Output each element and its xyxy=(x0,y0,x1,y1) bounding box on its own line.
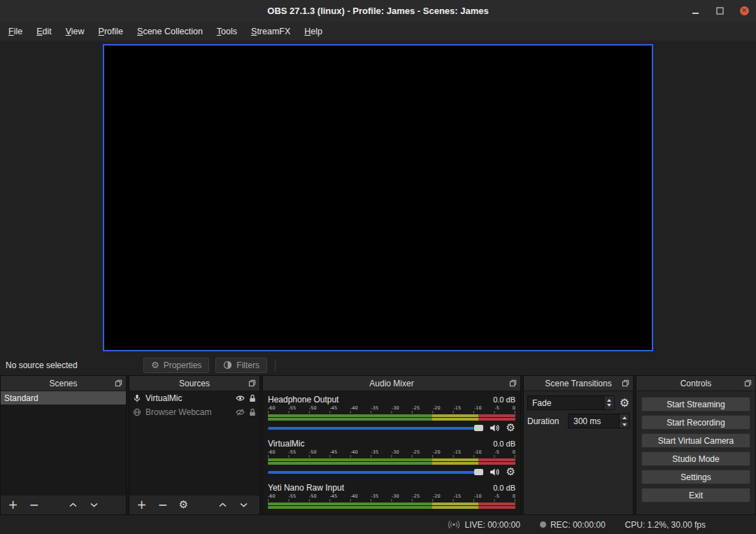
meter-scale-label: -40 xyxy=(350,405,358,411)
dock-row: Scenes Standard + − xyxy=(0,375,756,515)
broadcast-icon xyxy=(448,520,460,529)
meter-scale-label: -60 xyxy=(268,493,276,499)
menu-view[interactable]: View xyxy=(59,23,92,40)
volume-meter xyxy=(268,414,515,421)
minus-icon: − xyxy=(157,499,167,511)
meter-scale-label: -5 xyxy=(495,449,499,455)
meter-scale-label: -30 xyxy=(392,493,399,499)
meter-scale-label: -55 xyxy=(289,493,297,499)
add-scene-button[interactable]: + xyxy=(7,499,19,511)
visibility-eye-slash-icon[interactable] xyxy=(236,409,245,416)
move-source-up-button[interactable] xyxy=(217,499,229,511)
menu-scene-collection[interactable]: Scene Collection xyxy=(130,23,210,40)
scene-item[interactable]: Standard xyxy=(1,391,126,405)
microphone-icon xyxy=(133,394,141,402)
lock-icon[interactable] xyxy=(249,394,256,402)
maximize-button[interactable] xyxy=(715,6,725,16)
duration-spinbox[interactable]: 300 ms xyxy=(568,414,629,428)
maximize-icon xyxy=(716,7,724,15)
popout-icon[interactable] xyxy=(248,379,256,387)
toolbar-divider xyxy=(275,359,276,372)
meter-scale-label: -35 xyxy=(371,405,379,411)
mixer-body: Headphone Output 0.0 dB -60-55-50-45-40-… xyxy=(263,391,520,514)
studio-mode-button[interactable]: Studio Mode xyxy=(641,451,750,466)
chevron-up-icon xyxy=(622,416,627,419)
start-recording-button[interactable]: Start Recording xyxy=(641,415,750,430)
speaker-icon[interactable] xyxy=(490,468,500,477)
exit-button[interactable]: Exit xyxy=(641,488,750,503)
volume-slider[interactable] xyxy=(268,468,483,476)
transition-properties-button[interactable]: ⚙ xyxy=(620,398,629,409)
scenes-toolbar: + − xyxy=(1,495,126,514)
menu-streamfx[interactable]: StreamFX xyxy=(244,23,297,40)
menu-profile[interactable]: Profile xyxy=(92,23,130,40)
slider-handle[interactable] xyxy=(474,469,483,475)
minimize-icon xyxy=(692,13,699,14)
meter-scale-label: -45 xyxy=(330,493,338,499)
record-dot-icon xyxy=(540,521,546,528)
visibility-eye-icon[interactable] xyxy=(236,395,245,402)
popout-icon[interactable] xyxy=(115,379,122,387)
popout-icon[interactable] xyxy=(622,379,629,387)
meter-scale-label: -5 xyxy=(495,493,499,499)
meter-scale-label: -15 xyxy=(454,449,462,455)
rec-status: REC: 00:00:00 xyxy=(540,520,606,530)
gear-icon[interactable]: ⚙ xyxy=(506,423,515,433)
duration-value[interactable]: 300 ms xyxy=(569,414,619,428)
menu-tools[interactable]: Tools xyxy=(210,23,244,40)
speaker-icon[interactable] xyxy=(490,423,500,433)
filters-label: Filters xyxy=(236,360,259,370)
live-time: LIVE: 00:00:00 xyxy=(464,520,520,530)
meter-scale-label: -10 xyxy=(474,449,482,455)
preview-canvas[interactable] xyxy=(103,44,653,351)
audio-mixer-dock: Audio Mixer Headphone Output 0.0 dB -60-… xyxy=(262,375,521,515)
popout-icon[interactable] xyxy=(744,379,752,387)
meter-scale: -60-55-50-45-40-35-30-25-20-15-10-50 xyxy=(268,449,515,455)
volume-meter xyxy=(268,503,515,509)
mixer-channel: Yeti Nano Raw Input 0.0 dB -60-55-50-45-… xyxy=(268,483,515,509)
meter-scale-label: -40 xyxy=(350,493,358,499)
meter-scale-label: -45 xyxy=(330,449,338,455)
menu-edit[interactable]: Edit xyxy=(29,23,59,40)
close-button[interactable]: ✕ xyxy=(739,6,749,16)
menu-help[interactable]: Help xyxy=(297,23,329,40)
popout-icon[interactable] xyxy=(509,379,517,387)
minimize-button[interactable] xyxy=(690,6,700,16)
gear-icon[interactable]: ⚙ xyxy=(506,467,515,477)
source-item[interactable]: Browser Webcam xyxy=(129,405,259,419)
duration-decrease-button[interactable] xyxy=(620,421,629,428)
remove-source-button[interactable]: − xyxy=(157,499,169,511)
settings-button[interactable]: Settings xyxy=(641,470,750,484)
add-source-button[interactable]: + xyxy=(136,499,148,511)
rec-time: REC: 00:00:00 xyxy=(550,520,606,530)
meter-scale-label: -20 xyxy=(433,405,441,411)
lock-icon[interactable] xyxy=(249,408,256,416)
move-source-down-button[interactable] xyxy=(238,499,250,511)
sources-dock: Sources VirtualMic xyxy=(129,375,260,515)
filters-button[interactable]: Filters xyxy=(215,358,267,373)
source-properties-button[interactable]: ⚙ xyxy=(178,499,190,511)
sources-dock-header: Sources xyxy=(129,376,259,391)
properties-button[interactable]: ⚙ Properties xyxy=(143,358,209,373)
chevron-down-icon xyxy=(607,404,611,407)
menu-file[interactable]: File xyxy=(1,23,29,40)
start-virtual-camera-button[interactable]: Start Virtual Camera xyxy=(641,433,750,448)
slider-handle[interactable] xyxy=(474,425,483,431)
move-scene-down-button[interactable] xyxy=(88,499,100,511)
duration-increase-button[interactable] xyxy=(620,414,629,421)
transition-select[interactable]: Fade xyxy=(527,395,615,410)
scene-transitions-dock: Scene Transitions Fade ⚙ xyxy=(523,375,634,515)
audio-mixer-title: Audio Mixer xyxy=(369,379,413,388)
globe-icon xyxy=(133,408,141,416)
scenes-dock-header: Scenes xyxy=(1,376,126,391)
volume-slider[interactable] xyxy=(268,424,483,432)
start-streaming-button[interactable]: Start Streaming xyxy=(641,397,750,412)
combo-spinner[interactable] xyxy=(604,396,614,409)
meter-scale-label: -40 xyxy=(350,449,358,455)
remove-scene-button[interactable]: − xyxy=(28,499,40,511)
source-item[interactable]: VirtualMic xyxy=(129,391,259,405)
mixer-channel: VirtualMic 0.0 dB -60-55-50-45-40-35-30-… xyxy=(268,439,515,477)
move-scene-up-button[interactable] xyxy=(67,499,79,511)
duration-label: Duration xyxy=(527,416,559,426)
transitions-title: Scene Transitions xyxy=(545,379,611,388)
